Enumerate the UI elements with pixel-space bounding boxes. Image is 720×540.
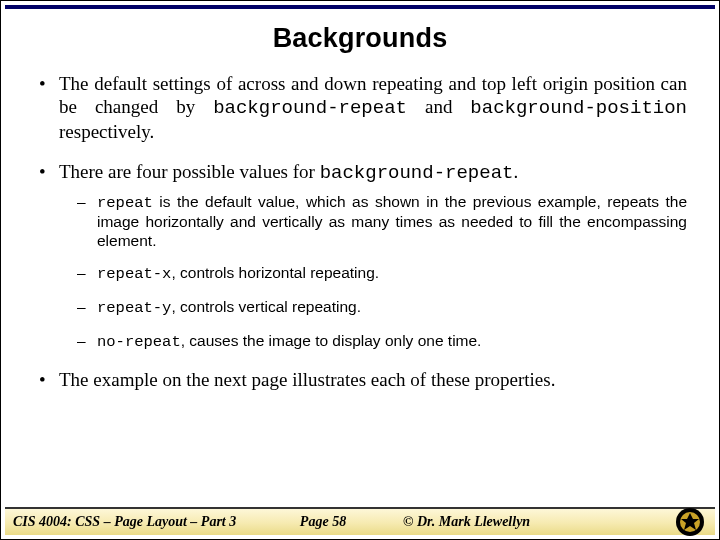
bullet-1-code1: background-repeat — [213, 97, 407, 119]
ucf-logo-icon — [675, 507, 705, 537]
bullet-2-post: . — [513, 161, 518, 182]
bullet-3: The example on the next page illustrates… — [33, 368, 687, 391]
sub-1-code: repeat — [97, 194, 153, 212]
bullet-2-pre: There are four possible values for — [59, 161, 320, 182]
sub-bullet-list: repeat is the default value, which as sh… — [59, 193, 687, 352]
sub-3-code: repeat-y — [97, 299, 171, 317]
footer: CIS 4004: CSS – Page Layout – Part 3 Pag… — [5, 507, 715, 535]
sub-1-text: is the default value, which as shown in … — [97, 193, 687, 249]
slide-content: The default settings of across and down … — [1, 72, 719, 391]
top-border — [5, 5, 715, 9]
slide-title: Backgrounds — [1, 23, 719, 54]
bullet-1: The default settings of across and down … — [33, 72, 687, 144]
sub-2-code: repeat-x — [97, 265, 171, 283]
sub-4-code: no-repeat — [97, 333, 181, 351]
bullet-2-code1: background-repeat — [320, 162, 514, 184]
slide: Backgrounds The default settings of acro… — [0, 0, 720, 540]
bullet-2: There are four possible values for backg… — [33, 160, 687, 353]
bullet-1-post: respectively. — [59, 121, 154, 142]
sub-bullet-1: repeat is the default value, which as sh… — [59, 193, 687, 251]
sub-bullet-4: no-repeat, causes the image to display o… — [59, 332, 687, 352]
footer-page: Page 58 — [263, 514, 383, 530]
sub-2-text: , controls horizontal repeating. — [171, 264, 379, 281]
sub-bullet-2: repeat-x, controls horizontal repeating. — [59, 264, 687, 284]
main-bullet-list: The default settings of across and down … — [33, 72, 687, 391]
sub-4-text: , causes the image to display only one t… — [181, 332, 482, 349]
bullet-1-mid: and — [407, 96, 470, 117]
footer-author: © Dr. Mark Llewellyn — [383, 514, 675, 530]
sub-bullet-3: repeat-y, controls vertical repeating. — [59, 298, 687, 318]
footer-course: CIS 4004: CSS – Page Layout – Part 3 — [13, 514, 263, 530]
bullet-1-code2: background-position — [470, 97, 687, 119]
sub-3-text: , controls vertical repeating. — [171, 298, 361, 315]
